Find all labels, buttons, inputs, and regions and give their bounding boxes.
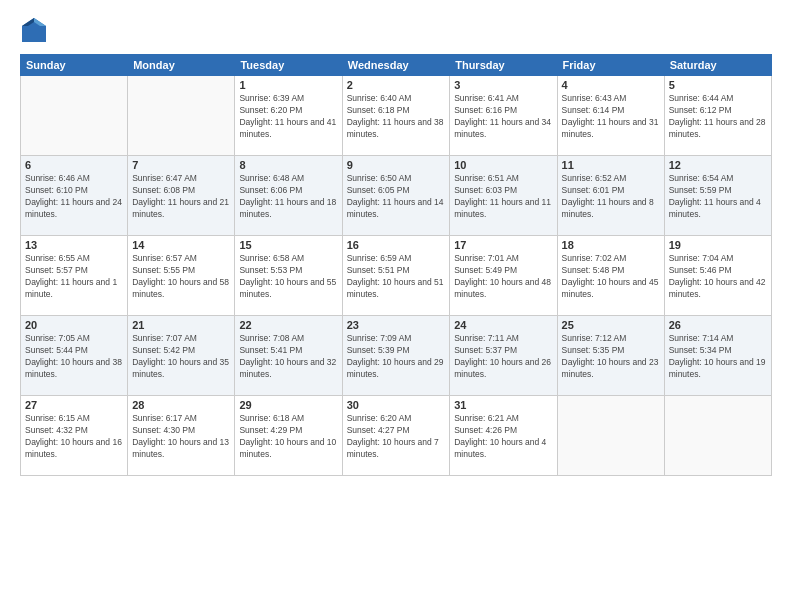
day-number: 12 [669,159,767,171]
weekday-friday: Friday [557,55,664,76]
calendar-cell: 19Sunrise: 7:04 AMSunset: 5:46 PMDayligh… [664,236,771,316]
day-info: Sunrise: 7:08 AMSunset: 5:41 PMDaylight:… [239,333,337,381]
weekday-sunday: Sunday [21,55,128,76]
calendar-cell: 5Sunrise: 6:44 AMSunset: 6:12 PMDaylight… [664,76,771,156]
day-number: 11 [562,159,660,171]
day-info: Sunrise: 7:07 AMSunset: 5:42 PMDaylight:… [132,333,230,381]
day-info: Sunrise: 6:40 AMSunset: 6:18 PMDaylight:… [347,93,446,141]
calendar-table: SundayMondayTuesdayWednesdayThursdayFrid… [20,54,772,476]
calendar-cell: 7Sunrise: 6:47 AMSunset: 6:08 PMDaylight… [128,156,235,236]
day-number: 26 [669,319,767,331]
day-number: 9 [347,159,446,171]
day-number: 23 [347,319,446,331]
calendar-cell: 22Sunrise: 7:08 AMSunset: 5:41 PMDayligh… [235,316,342,396]
day-info: Sunrise: 6:54 AMSunset: 5:59 PMDaylight:… [669,173,767,221]
calendar-cell: 23Sunrise: 7:09 AMSunset: 5:39 PMDayligh… [342,316,450,396]
day-info: Sunrise: 7:11 AMSunset: 5:37 PMDaylight:… [454,333,552,381]
day-info: Sunrise: 6:47 AMSunset: 6:08 PMDaylight:… [132,173,230,221]
weekday-tuesday: Tuesday [235,55,342,76]
day-number: 29 [239,399,337,411]
day-info: Sunrise: 6:41 AMSunset: 6:16 PMDaylight:… [454,93,552,141]
calendar-cell: 30Sunrise: 6:20 AMSunset: 4:27 PMDayligh… [342,396,450,476]
day-number: 30 [347,399,446,411]
calendar-cell [128,76,235,156]
day-number: 14 [132,239,230,251]
calendar-cell [664,396,771,476]
day-number: 5 [669,79,767,91]
day-info: Sunrise: 6:43 AMSunset: 6:14 PMDaylight:… [562,93,660,141]
weekday-wednesday: Wednesday [342,55,450,76]
calendar-cell: 21Sunrise: 7:07 AMSunset: 5:42 PMDayligh… [128,316,235,396]
day-info: Sunrise: 6:48 AMSunset: 6:06 PMDaylight:… [239,173,337,221]
day-info: Sunrise: 6:44 AMSunset: 6:12 PMDaylight:… [669,93,767,141]
day-number: 13 [25,239,123,251]
logo-icon [20,16,48,44]
calendar-cell: 29Sunrise: 6:18 AMSunset: 4:29 PMDayligh… [235,396,342,476]
day-info: Sunrise: 7:12 AMSunset: 5:35 PMDaylight:… [562,333,660,381]
day-number: 15 [239,239,337,251]
day-info: Sunrise: 6:50 AMSunset: 6:05 PMDaylight:… [347,173,446,221]
calendar-cell: 2Sunrise: 6:40 AMSunset: 6:18 PMDaylight… [342,76,450,156]
page: SundayMondayTuesdayWednesdayThursdayFrid… [0,0,792,612]
calendar-cell: 25Sunrise: 7:12 AMSunset: 5:35 PMDayligh… [557,316,664,396]
day-number: 17 [454,239,552,251]
day-number: 10 [454,159,552,171]
day-number: 20 [25,319,123,331]
day-info: Sunrise: 6:39 AMSunset: 6:20 PMDaylight:… [239,93,337,141]
day-info: Sunrise: 6:57 AMSunset: 5:55 PMDaylight:… [132,253,230,301]
day-number: 31 [454,399,552,411]
calendar-week-5: 27Sunrise: 6:15 AMSunset: 4:32 PMDayligh… [21,396,772,476]
day-info: Sunrise: 7:05 AMSunset: 5:44 PMDaylight:… [25,333,123,381]
calendar-cell: 13Sunrise: 6:55 AMSunset: 5:57 PMDayligh… [21,236,128,316]
header [20,16,772,44]
calendar-cell: 4Sunrise: 6:43 AMSunset: 6:14 PMDaylight… [557,76,664,156]
calendar-cell: 17Sunrise: 7:01 AMSunset: 5:49 PMDayligh… [450,236,557,316]
day-info: Sunrise: 6:51 AMSunset: 6:03 PMDaylight:… [454,173,552,221]
day-number: 24 [454,319,552,331]
weekday-monday: Monday [128,55,235,76]
calendar-cell: 9Sunrise: 6:50 AMSunset: 6:05 PMDaylight… [342,156,450,236]
day-info: Sunrise: 6:55 AMSunset: 5:57 PMDaylight:… [25,253,123,301]
calendar-week-1: 1Sunrise: 6:39 AMSunset: 6:20 PMDaylight… [21,76,772,156]
day-number: 22 [239,319,337,331]
day-info: Sunrise: 7:04 AMSunset: 5:46 PMDaylight:… [669,253,767,301]
calendar-cell: 31Sunrise: 6:21 AMSunset: 4:26 PMDayligh… [450,396,557,476]
weekday-header-row: SundayMondayTuesdayWednesdayThursdayFrid… [21,55,772,76]
calendar-cell: 12Sunrise: 6:54 AMSunset: 5:59 PMDayligh… [664,156,771,236]
calendar-cell: 11Sunrise: 6:52 AMSunset: 6:01 PMDayligh… [557,156,664,236]
calendar-cell: 6Sunrise: 6:46 AMSunset: 6:10 PMDaylight… [21,156,128,236]
day-info: Sunrise: 7:09 AMSunset: 5:39 PMDaylight:… [347,333,446,381]
weekday-saturday: Saturday [664,55,771,76]
weekday-thursday: Thursday [450,55,557,76]
day-number: 1 [239,79,337,91]
calendar-cell: 16Sunrise: 6:59 AMSunset: 5:51 PMDayligh… [342,236,450,316]
calendar-week-2: 6Sunrise: 6:46 AMSunset: 6:10 PMDaylight… [21,156,772,236]
calendar-cell: 1Sunrise: 6:39 AMSunset: 6:20 PMDaylight… [235,76,342,156]
day-info: Sunrise: 7:01 AMSunset: 5:49 PMDaylight:… [454,253,552,301]
day-number: 19 [669,239,767,251]
calendar-cell: 14Sunrise: 6:57 AMSunset: 5:55 PMDayligh… [128,236,235,316]
day-number: 16 [347,239,446,251]
logo [20,16,52,44]
calendar-week-3: 13Sunrise: 6:55 AMSunset: 5:57 PMDayligh… [21,236,772,316]
day-number: 2 [347,79,446,91]
calendar-cell: 20Sunrise: 7:05 AMSunset: 5:44 PMDayligh… [21,316,128,396]
day-info: Sunrise: 7:14 AMSunset: 5:34 PMDaylight:… [669,333,767,381]
calendar-cell: 28Sunrise: 6:17 AMSunset: 4:30 PMDayligh… [128,396,235,476]
day-info: Sunrise: 6:52 AMSunset: 6:01 PMDaylight:… [562,173,660,221]
calendar-week-4: 20Sunrise: 7:05 AMSunset: 5:44 PMDayligh… [21,316,772,396]
calendar-cell [557,396,664,476]
day-info: Sunrise: 7:02 AMSunset: 5:48 PMDaylight:… [562,253,660,301]
day-info: Sunrise: 6:18 AMSunset: 4:29 PMDaylight:… [239,413,337,461]
day-info: Sunrise: 6:15 AMSunset: 4:32 PMDaylight:… [25,413,123,461]
day-number: 25 [562,319,660,331]
calendar-cell: 8Sunrise: 6:48 AMSunset: 6:06 PMDaylight… [235,156,342,236]
day-info: Sunrise: 6:21 AMSunset: 4:26 PMDaylight:… [454,413,552,461]
day-number: 27 [25,399,123,411]
calendar-cell: 26Sunrise: 7:14 AMSunset: 5:34 PMDayligh… [664,316,771,396]
day-number: 4 [562,79,660,91]
day-number: 21 [132,319,230,331]
calendar-cell: 18Sunrise: 7:02 AMSunset: 5:48 PMDayligh… [557,236,664,316]
calendar-cell: 15Sunrise: 6:58 AMSunset: 5:53 PMDayligh… [235,236,342,316]
day-info: Sunrise: 6:20 AMSunset: 4:27 PMDaylight:… [347,413,446,461]
